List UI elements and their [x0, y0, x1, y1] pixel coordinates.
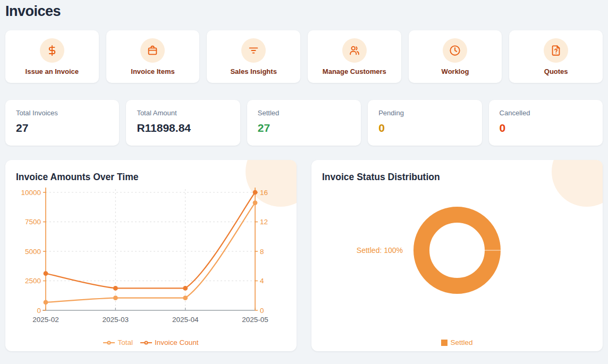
stat-cancelled: Cancelled 0: [489, 100, 603, 146]
svg-text:2025-05: 2025-05: [242, 316, 268, 324]
donut-chart-card: Invoice Status Distribution Settled: 100…: [311, 160, 603, 351]
line-chart-legend: TotalInvoice Count: [5, 338, 297, 346]
action-label: Quotes: [544, 67, 568, 75]
page-title: Invoices: [5, 3, 603, 20]
action-label: Invoice Items: [131, 67, 174, 75]
donut-chart-canvas: Settled: 100%: [311, 189, 603, 322]
legend-item-total[interactable]: Total: [103, 338, 133, 346]
clock-icon: [443, 38, 467, 63]
svg-text:7500: 7500: [25, 218, 41, 226]
svg-text:Settled: 100%: Settled: 100%: [357, 246, 403, 255]
action-label: Issue an Invoice: [26, 67, 79, 75]
file-question-icon: [544, 38, 568, 63]
svg-text:16: 16: [260, 189, 268, 197]
svg-text:0: 0: [37, 307, 41, 315]
filter-lines-icon: [241, 38, 266, 63]
action-label: Worklog: [442, 67, 469, 75]
legend-swatch: [441, 340, 447, 346]
stat-label: Settled: [258, 109, 350, 117]
users-icon: [342, 38, 367, 63]
legend-item-settled[interactable]: Settled: [441, 338, 472, 346]
dollar-icon: [40, 38, 64, 63]
stat-value: 0: [500, 122, 592, 134]
stat-label: Total Amount: [137, 109, 229, 117]
action-cards-row: Issue an Invoice Invoice Items Sales Ins…: [5, 30, 603, 83]
stat-pending: Pending 0: [368, 100, 482, 146]
box-icon: [140, 38, 165, 63]
svg-text:10000: 10000: [21, 189, 41, 197]
svg-text:2025-04: 2025-04: [172, 316, 199, 324]
action-label: Manage Customers: [323, 67, 386, 75]
svg-text:0: 0: [260, 307, 264, 315]
legend-label: Invoice Count: [155, 338, 199, 346]
svg-text:4: 4: [260, 277, 264, 285]
legend-item-invoice-count[interactable]: Invoice Count: [140, 338, 199, 346]
action-label: Sales Insights: [230, 67, 276, 75]
svg-text:2025-03: 2025-03: [103, 316, 129, 324]
stat-label: Total Invoices: [16, 109, 108, 117]
svg-text:5000: 5000: [25, 248, 41, 256]
stat-settled: Settled 27: [247, 100, 361, 146]
action-sales-insights[interactable]: Sales Insights: [207, 30, 300, 83]
stat-label: Cancelled: [500, 109, 592, 117]
line-chart-card: Invoice Amounts Over Time 2025-022025-03…: [5, 160, 297, 351]
stat-value: R11898.84: [137, 122, 229, 134]
line-chart-canvas: 2025-022025-032025-042025-05025005000750…: [11, 185, 292, 345]
legend-label: Settled: [450, 338, 472, 346]
line-chart-title: Invoice Amounts Over Time: [5, 160, 297, 183]
stat-total-amount: Total Amount R11898.84: [126, 100, 240, 146]
stat-cards-row: Total Invoices 27 Total Amount R11898.84…: [5, 100, 603, 146]
stat-label: Pending: [378, 109, 471, 117]
legend-label: Total: [117, 338, 133, 346]
stat-value: 27: [258, 122, 350, 134]
invoices-page: Invoices Issue an Invoice Invoice Items …: [0, 0, 608, 351]
action-worklog[interactable]: Worklog: [409, 30, 502, 83]
svg-text:12: 12: [260, 218, 268, 226]
stat-value: 0: [378, 122, 471, 134]
stat-value: 27: [16, 122, 108, 134]
action-issue-invoice[interactable]: Issue an Invoice: [5, 30, 99, 83]
stat-total-invoices: Total Invoices 27: [5, 100, 119, 146]
donut-chart-legend: Settled: [311, 338, 603, 346]
action-invoice-items[interactable]: Invoice Items: [106, 30, 200, 83]
action-manage-customers[interactable]: Manage Customers: [308, 30, 401, 83]
donut-chart-title: Invoice Status Distribution: [311, 160, 603, 183]
action-quotes[interactable]: Quotes: [509, 30, 603, 83]
svg-text:2025-02: 2025-02: [32, 316, 59, 324]
svg-text:8: 8: [260, 248, 264, 256]
charts-row: Invoice Amounts Over Time 2025-022025-03…: [5, 160, 603, 351]
svg-text:2500: 2500: [25, 277, 41, 285]
